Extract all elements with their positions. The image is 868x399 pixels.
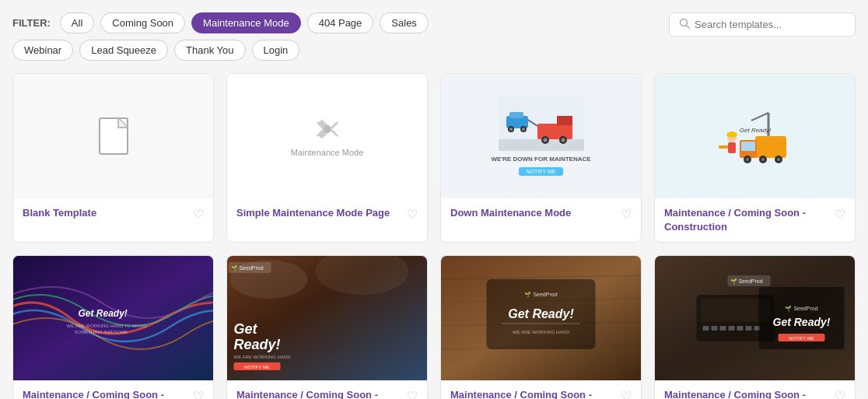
svg-rect-24 (741, 142, 755, 151)
svg-text:WE ARE WORKING HARD TO BRING: WE ARE WORKING HARD TO BRING (67, 324, 148, 328)
heart-icon-wood[interactable]: ♡ (621, 389, 632, 399)
heart-icon-simple-maint[interactable]: ♡ (407, 207, 418, 222)
template-card-down-maint[interactable]: WE'RE DOWN FOR MAINTENACE NOTIFY ME Down… (440, 73, 642, 243)
svg-text:Get Ready!: Get Ready! (739, 127, 771, 134)
svg-rect-16 (509, 112, 523, 118)
filter-row-2: Webinar Lead Squeeze Thank You Login (12, 40, 429, 61)
svg-text:Get: Get (234, 321, 258, 337)
template-grid: Blank Template ♡ Maintenance Mode Simple… (12, 73, 856, 399)
svg-rect-65 (703, 326, 709, 331)
svg-text:🌱 SeedProd: 🌱 SeedProd (524, 291, 557, 298)
card-info-typewriter: Maintenance / Coming Soon - ♡ (655, 380, 855, 399)
svg-point-30 (777, 158, 780, 161)
svg-rect-70 (746, 326, 752, 331)
card-info-get-ready-dark: Maintenance / Coming Soon - ♡ (227, 380, 427, 399)
card-info-construction: Maintenance / Coming Soon - Construction… (655, 198, 855, 242)
svg-point-20 (522, 128, 525, 131)
card-title-simple-maint: Simple Maintenance Mode Page (236, 206, 402, 220)
svg-point-18 (509, 128, 513, 131)
svg-text:Ready!: Ready! (234, 337, 281, 352)
template-thumbnail-simple-maint: Maintenance Mode (227, 74, 427, 198)
svg-point-36 (726, 131, 737, 138)
search-box (669, 12, 856, 37)
filter-btn-all[interactable]: All (60, 12, 94, 33)
card-info-simple-maint: Simple Maintenance Mode Page ♡ (227, 198, 427, 229)
svg-text:NOTIFY ME: NOTIFY ME (789, 336, 814, 341)
filter-btn-maintenance-mode[interactable]: Maintenance Mode (191, 12, 301, 33)
svg-text:Get Ready!: Get Ready! (508, 307, 574, 320)
filter-btn-lead-squeeze[interactable]: Lead Squeeze (79, 40, 168, 61)
card-title-wood: Maintenance / Coming Soon - Wood (450, 388, 616, 399)
search-icon (679, 18, 690, 31)
svg-text:SOMETHING AWESOME: SOMETHING AWESOME (75, 330, 128, 334)
card-info-threads: Maintenance / Coming Soon - Threads ♡ (13, 380, 213, 399)
template-thumbnail-down-maint: WE'RE DOWN FOR MAINTENACE NOTIFY ME (441, 74, 641, 198)
card-title-down-maint: Down Maintenance Mode (450, 206, 616, 220)
svg-rect-35 (719, 145, 728, 149)
svg-text:🌱 SeedProd: 🌱 SeedProd (231, 264, 264, 271)
down-maint-cta: NOTIFY ME (519, 167, 564, 176)
filter-row-1: FILTER: All Coming Soon Maintenance Mode… (12, 12, 429, 33)
svg-rect-66 (712, 326, 718, 331)
svg-rect-22 (755, 136, 786, 158)
template-card-blank[interactable]: Blank Template ♡ (12, 73, 214, 243)
heart-icon-blank[interactable]: ♡ (193, 207, 204, 222)
svg-point-5 (324, 125, 331, 133)
card-title-threads: Maintenance / Coming Soon - Threads (23, 388, 188, 399)
filter-btn-coming-soon[interactable]: Coming Soon (100, 12, 185, 33)
svg-text:WE ARE WORKING HARD: WE ARE WORKING HARD (234, 355, 292, 359)
template-thumbnail-typewriter: 🌱 SeedProd 🌱 SeedProd Get Ready! NOTIFY … (655, 256, 855, 380)
template-card-simple-maint[interactable]: Maintenance Mode Simple Maintenance Mode… (226, 73, 428, 243)
heart-icon-down-maint[interactable]: ♡ (621, 207, 632, 222)
filter-btn-404-page[interactable]: 404 Page (307, 12, 374, 33)
svg-rect-68 (729, 326, 735, 331)
card-info-wood: Maintenance / Coming Soon - Wood ♡ (441, 380, 641, 399)
svg-rect-67 (720, 326, 726, 331)
filter-section: FILTER: All Coming Soon Maintenance Mode… (12, 12, 429, 61)
svg-line-1 (687, 26, 690, 29)
template-thumbnail-blank (13, 74, 213, 198)
heart-icon-threads[interactable]: ♡ (193, 389, 204, 399)
svg-rect-34 (728, 142, 736, 153)
svg-text:🌱 SeedProd: 🌱 SeedProd (785, 305, 817, 312)
heart-icon-get-ready-dark[interactable]: ♡ (407, 389, 418, 399)
card-title-construction: Maintenance / Coming Soon - Construction (664, 206, 830, 234)
svg-point-13 (561, 138, 565, 142)
template-card-threads[interactable]: Get Ready! WE ARE WORKING HARD TO BRING … (12, 255, 214, 399)
template-thumbnail-threads: Get Ready! WE ARE WORKING HARD TO BRING … (13, 256, 213, 380)
svg-rect-21 (712, 97, 798, 175)
top-bar: FILTER: All Coming Soon Maintenance Mode… (12, 12, 856, 61)
template-card-typewriter[interactable]: 🌱 SeedProd 🌱 SeedProd Get Ready! NOTIFY … (654, 255, 856, 399)
heart-icon-construction[interactable]: ♡ (835, 207, 845, 222)
card-title-get-ready-dark: Maintenance / Coming Soon - (236, 388, 402, 399)
search-input[interactable] (695, 19, 845, 30)
card-info-down-maint: Down Maintenance Mode ♡ (441, 198, 641, 229)
svg-rect-9 (557, 116, 572, 125)
svg-point-26 (746, 158, 749, 161)
filter-label: FILTER: (12, 17, 51, 29)
filter-btn-login[interactable]: Login (252, 40, 300, 61)
svg-point-28 (761, 158, 765, 161)
template-card-construction[interactable]: Get Ready! Maintenance / Coming Soon - C… (654, 73, 856, 243)
svg-rect-7 (499, 139, 584, 151)
svg-point-11 (543, 138, 547, 142)
template-thumbnail-construction: Get Ready! (655, 74, 855, 198)
svg-text:NOTIFY ME: NOTIFY ME (244, 365, 270, 369)
svg-text:Get Ready!: Get Ready! (79, 308, 128, 319)
template-thumbnail-wood: 🌱 SeedProd Get Ready! WE ARE WORKING HAR… (441, 256, 641, 380)
card-title-blank: Blank Template (23, 206, 188, 220)
svg-text:WE ARE WORKING HARD: WE ARE WORKING HARD (513, 330, 570, 334)
svg-rect-8 (537, 124, 572, 139)
filter-btn-thank-you[interactable]: Thank You (174, 40, 245, 61)
template-card-wood[interactable]: 🌱 SeedProd Get Ready! WE ARE WORKING HAR… (440, 255, 642, 399)
down-maint-label: WE'RE DOWN FOR MAINTENACE (491, 156, 590, 163)
heart-icon-typewriter[interactable]: ♡ (835, 389, 845, 399)
svg-text:Get Ready!: Get Ready! (773, 316, 831, 328)
filter-btn-webinar[interactable]: Webinar (12, 40, 73, 61)
svg-text:🌱 SeedProd: 🌱 SeedProd (730, 278, 763, 285)
card-info-blank: Blank Template ♡ (13, 198, 213, 229)
template-card-get-ready-dark[interactable]: 🌱 SeedProd Get Ready! WE ARE WORKING HAR… (226, 255, 428, 399)
filter-btn-sales[interactable]: Sales (380, 12, 429, 33)
svg-rect-69 (737, 326, 744, 331)
maint-simple-label: Maintenance Mode (291, 148, 364, 157)
